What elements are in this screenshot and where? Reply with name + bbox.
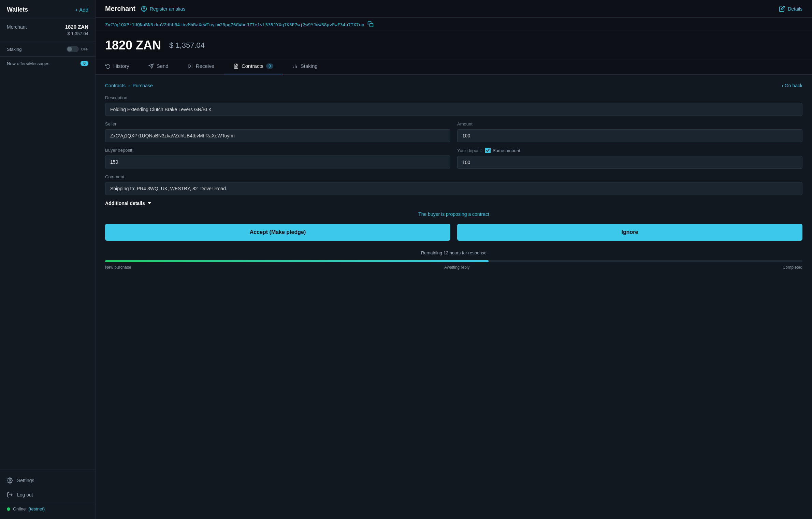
contracts-badge: 0 bbox=[266, 63, 273, 69]
progress-label-new-purchase: New purchase bbox=[105, 265, 131, 270]
main-content: Merchant Register an alias Details ZxCVg… bbox=[96, 0, 812, 519]
tab-history[interactable]: History bbox=[96, 58, 139, 74]
sidebar-item-logout[interactable]: Log out bbox=[0, 488, 95, 502]
seller-field: Seller bbox=[105, 121, 450, 142]
seller-input[interactable] bbox=[105, 129, 450, 142]
tab-contracts-label: Contracts bbox=[242, 63, 263, 69]
address-bar: ZxCVg1QXPr1UQNaBN3zkaVZdhUB4tbvMhRaXeWTo… bbox=[96, 18, 812, 32]
accept-button[interactable]: Accept (Make pledge) bbox=[105, 224, 450, 241]
breadcrumb: Contracts › Purchase ‹ Go back bbox=[105, 83, 802, 88]
same-amount-label: Same amount bbox=[493, 148, 520, 153]
sidebar: Wallets + Add Merchant 1820 ZAN $ 1,357.… bbox=[0, 0, 96, 519]
balance-section: 1820 ZAN $ 1,357.04 bbox=[96, 32, 812, 58]
staking-toggle[interactable]: OFF bbox=[67, 46, 88, 52]
description-input[interactable] bbox=[105, 103, 802, 116]
wallet-item: Merchant 1820 ZAN $ 1,357.04 bbox=[0, 18, 95, 42]
wallet-balance-usd: $ 1,357.04 bbox=[7, 31, 88, 36]
wallet-name: Merchant bbox=[7, 24, 27, 30]
online-network: (testnet) bbox=[29, 506, 45, 511]
toggle-label: OFF bbox=[81, 47, 88, 51]
tab-contracts[interactable]: Contracts 0 bbox=[224, 58, 283, 74]
tabs-bar: History Send Receive Contract bbox=[96, 58, 812, 75]
same-amount-wrapper: Same amount bbox=[485, 148, 520, 153]
tab-history-label: History bbox=[113, 63, 129, 69]
seller-label: Seller bbox=[105, 121, 450, 127]
amount-field: Amount bbox=[457, 121, 802, 142]
your-deposit-label: Your deposit bbox=[457, 148, 482, 153]
comment-field: Comment bbox=[105, 174, 802, 195]
copy-icon bbox=[367, 21, 374, 27]
receive-icon bbox=[188, 63, 193, 69]
tab-staking-label: Staking bbox=[301, 63, 318, 69]
wallet-balance-zan: 1820 ZAN bbox=[65, 24, 88, 30]
comment-input[interactable] bbox=[105, 182, 802, 195]
description-label: Description bbox=[105, 95, 802, 100]
progress-label-completed: Completed bbox=[783, 265, 802, 270]
amount-input[interactable] bbox=[457, 129, 802, 142]
wallet-address: ZxCVg1QXPr1UQNaBN3zkaVZdhUB4tbvMhRaXeWTo… bbox=[105, 22, 364, 27]
copy-address-button[interactable] bbox=[367, 21, 374, 28]
register-alias-button[interactable]: Register an alias bbox=[141, 6, 185, 12]
messages-label: New offers/Messages bbox=[7, 61, 49, 66]
logout-label: Log out bbox=[17, 492, 33, 498]
tab-receive-label: Receive bbox=[196, 63, 214, 69]
alias-label: Register an alias bbox=[150, 6, 185, 12]
deposit-row: Buyer deposit Your deposit Same amount bbox=[105, 148, 802, 169]
svg-point-3 bbox=[143, 8, 145, 9]
additional-details-label: Additional details bbox=[105, 201, 145, 206]
staking-icon bbox=[292, 63, 298, 69]
same-amount-checkbox[interactable] bbox=[485, 148, 491, 153]
sidebar-header: Wallets + Add bbox=[0, 0, 95, 18]
remaining-time: Remaining 12 hours for response bbox=[105, 250, 802, 255]
contracts-icon bbox=[233, 63, 239, 69]
additional-details-button[interactable]: Additional details bbox=[105, 201, 151, 206]
breadcrumb-contracts[interactable]: Contracts bbox=[105, 83, 126, 88]
tab-send[interactable]: Send bbox=[139, 58, 178, 74]
messages-badge: 0 bbox=[81, 61, 88, 66]
description-field: Description bbox=[105, 95, 802, 116]
go-back-label: Go back bbox=[785, 83, 802, 88]
details-label: Details bbox=[788, 6, 802, 12]
ignore-button[interactable]: Ignore bbox=[457, 224, 802, 241]
go-back-button[interactable]: ‹ Go back bbox=[782, 83, 802, 88]
progress-bar-track bbox=[105, 260, 802, 262]
edit-icon bbox=[779, 6, 785, 12]
alias-icon bbox=[141, 6, 147, 12]
tab-receive[interactable]: Receive bbox=[178, 58, 224, 74]
page-title: Merchant bbox=[105, 5, 135, 13]
sidebar-item-settings[interactable]: Settings bbox=[0, 473, 95, 488]
send-icon bbox=[148, 63, 154, 69]
svg-point-0 bbox=[9, 480, 11, 481]
progress-section: New purchase Awaiting reply Completed bbox=[105, 260, 802, 270]
buyer-deposit-input[interactable] bbox=[105, 155, 450, 168]
staking-row: Staking OFF bbox=[0, 42, 95, 57]
tab-staking[interactable]: Staking bbox=[283, 58, 327, 74]
buyer-deposit-label: Buyer deposit bbox=[105, 148, 450, 153]
messages-row: New offers/Messages 0 bbox=[0, 57, 95, 70]
action-buttons: Accept (Make pledge) Ignore bbox=[105, 224, 802, 241]
main-balance-zan: 1820 ZAN bbox=[105, 38, 161, 53]
proposal-message: The buyer is proposing a contract bbox=[105, 211, 802, 217]
main-header: Merchant Register an alias Details bbox=[96, 0, 812, 18]
svg-marker-7 bbox=[189, 64, 191, 68]
toggle-thumb bbox=[67, 47, 72, 51]
gear-icon bbox=[7, 477, 13, 484]
seller-amount-row: Seller Amount bbox=[105, 121, 802, 142]
breadcrumb-separator: › bbox=[128, 83, 130, 88]
add-wallet-button[interactable]: + Add bbox=[75, 7, 88, 13]
online-label: Online bbox=[13, 506, 26, 511]
amount-label: Amount bbox=[457, 121, 802, 127]
logout-icon bbox=[7, 492, 13, 498]
tab-send-label: Send bbox=[157, 63, 169, 69]
toggle-track[interactable] bbox=[67, 46, 79, 52]
staking-label: Staking bbox=[7, 47, 21, 52]
progress-bar-fill bbox=[105, 260, 489, 262]
your-deposit-field: Your deposit Same amount bbox=[457, 148, 802, 169]
chevron-down-icon bbox=[148, 202, 151, 204]
your-deposit-input[interactable] bbox=[457, 156, 802, 169]
online-dot bbox=[7, 507, 10, 511]
progress-label-awaiting-reply: Awaiting reply bbox=[444, 265, 469, 270]
main-balance-usd: $ 1,357.04 bbox=[169, 41, 205, 50]
details-button[interactable]: Details bbox=[779, 6, 802, 12]
history-icon bbox=[105, 63, 111, 69]
